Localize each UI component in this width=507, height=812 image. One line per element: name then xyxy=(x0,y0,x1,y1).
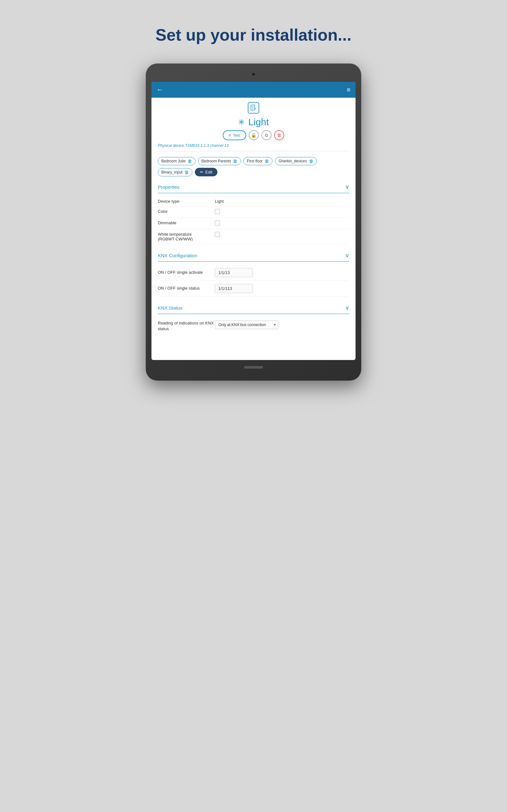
checkbox-unchecked[interactable] xyxy=(215,209,220,214)
page-title: Set up your installation... xyxy=(156,26,351,44)
property-value: Light xyxy=(215,199,224,204)
lock-icon: 🔒 xyxy=(251,133,257,138)
tags-area: Bedroom Julie🗑Bedroom Parents🗑First floo… xyxy=(158,154,349,179)
back-button[interactable]: ← xyxy=(157,86,164,94)
action-buttons-row: ≡ Test 🔒 ⧉ 🗑 xyxy=(158,130,349,140)
knx-status-select-wrapper: Only at KNX bus connectionAlwaysNever xyxy=(215,320,278,329)
device-title-row: ✳ Light xyxy=(158,117,349,128)
property-value[interactable] xyxy=(215,232,220,238)
test-button[interactable]: ≡ Test xyxy=(223,131,246,140)
edit-label: Edit xyxy=(205,170,212,174)
tag-label: First floor xyxy=(247,159,263,163)
delete-icon: 🗑 xyxy=(277,133,281,138)
properties-title: Properties xyxy=(158,184,179,190)
knx-config-label: ON / OFF single activate xyxy=(158,270,215,275)
tag-label: Binary_input xyxy=(161,170,182,174)
property-label: Color xyxy=(158,209,215,214)
tag-label: Gherkin_devices xyxy=(279,159,307,163)
lock-button[interactable]: 🔒 xyxy=(249,130,259,140)
property-label: White temperature (RGBWT CW/WW) xyxy=(158,232,215,241)
property-row: White temperature (RGBWT CW/WW) xyxy=(158,229,349,244)
edit-button[interactable]: ✏ Edit xyxy=(195,168,217,176)
property-label: Dimmable xyxy=(158,220,215,225)
edit-icon: ✏ xyxy=(200,170,204,174)
knx-status-chevron: ∨ xyxy=(345,304,349,311)
tag-label: Bedroom Parents xyxy=(202,159,231,163)
copy-icon: ⧉ xyxy=(265,133,268,138)
tag-item: Bedroom Parents🗑 xyxy=(198,157,241,165)
property-value[interactable] xyxy=(215,220,220,226)
app-content: ✳ Light ≡ Test 🔒 ⧉ 🗑 Phys xyxy=(152,98,355,345)
tablet-shell: ← ≡ ✳ Light xyxy=(146,63,361,380)
tablet-top-bar xyxy=(152,70,355,79)
knx-status-row: Reading of indications on KNX statusOnly… xyxy=(158,317,349,335)
test-icon: ≡ xyxy=(228,133,231,138)
properties-section-header[interactable]: Properties ∨ xyxy=(158,180,349,193)
divider-1 xyxy=(158,151,349,151)
doc-icon-area xyxy=(158,102,349,115)
tag-delete-icon[interactable]: 🗑 xyxy=(187,159,192,164)
tag-delete-icon[interactable]: 🗑 xyxy=(233,159,237,164)
tag-delete-icon[interactable]: 🗑 xyxy=(184,170,189,175)
knx-config-input[interactable] xyxy=(215,284,253,293)
knx-status-title: KNX Status xyxy=(158,305,182,310)
checkbox-unchecked[interactable] xyxy=(215,220,220,225)
test-label: Test xyxy=(233,133,240,138)
tag-item: Bedroom Julie🗑 xyxy=(158,157,195,165)
checkbox-unchecked[interactable] xyxy=(215,232,220,237)
property-label: Device type xyxy=(158,199,215,204)
physical-device-label: Physical device TXM616 1.1.3 channel 13 xyxy=(158,143,349,148)
knx-config-input[interactable] xyxy=(215,268,253,277)
home-bar xyxy=(244,366,263,368)
knx-status-rows: Reading of indications on KNX statusOnly… xyxy=(158,317,349,335)
knx-config-title: KNX Configuration xyxy=(158,253,197,258)
camera xyxy=(251,72,256,76)
property-value[interactable] xyxy=(215,209,220,215)
delete-button[interactable]: 🗑 xyxy=(274,130,284,140)
properties-rows: Device typeLightColorDimmableWhite tempe… xyxy=(158,196,349,244)
copy-button[interactable]: ⧉ xyxy=(262,130,272,140)
tag-delete-icon[interactable]: 🗑 xyxy=(309,159,314,164)
knx-status-section-header[interactable]: KNX Status ∨ xyxy=(158,301,349,314)
knx-status-label: Reading of indications on KNX status xyxy=(158,320,215,332)
tablet-bottom-bar xyxy=(152,363,355,371)
tag-delete-icon[interactable]: 🗑 xyxy=(265,159,269,164)
doc-icon xyxy=(248,102,259,113)
tablet-screen: ← ≡ ✳ Light xyxy=(152,82,355,360)
property-row: Dimmable xyxy=(158,218,349,229)
properties-chevron: ∨ xyxy=(345,183,349,190)
property-row: Color xyxy=(158,206,349,218)
tag-label: Bedroom Julie xyxy=(161,159,186,163)
property-row: Device typeLight xyxy=(158,196,349,206)
tag-item: Gherkin_devices🗑 xyxy=(275,157,317,165)
knx-config-label: ON / OFF single status xyxy=(158,286,215,291)
knx-config-chevron: ∨ xyxy=(345,252,349,259)
app-header: ← ≡ xyxy=(152,82,355,98)
knx-config-row: ON / OFF single status xyxy=(158,281,349,297)
tag-item: Binary_input🗑 xyxy=(158,168,192,176)
light-icon: ✳ xyxy=(238,117,245,127)
knx-status-select[interactable]: Only at KNX bus connectionAlwaysNever xyxy=(215,320,278,329)
menu-button[interactable]: ≡ xyxy=(347,86,350,94)
tag-item: First floor🗑 xyxy=(243,157,273,165)
knx-config-rows: ON / OFF single activateON / OFF single … xyxy=(158,265,349,297)
knx-config-section-header[interactable]: KNX Configuration ∨ xyxy=(158,249,349,262)
knx-config-row: ON / OFF single activate xyxy=(158,265,349,281)
device-name: Light xyxy=(248,117,269,128)
